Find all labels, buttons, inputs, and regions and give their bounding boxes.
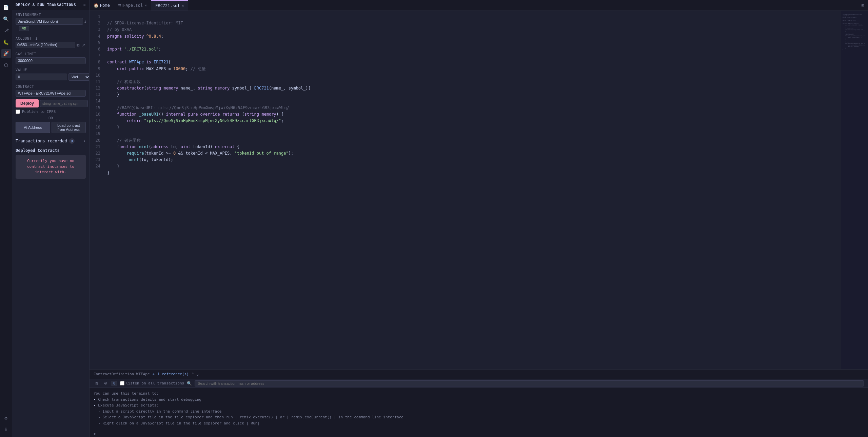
tx-recorded-left: Transactions recorded 0 — [16, 138, 75, 144]
load-contract-button[interactable]: Load contract from Address — [52, 122, 86, 133]
value-row: Wei Gwei Finney Ether — [12, 73, 89, 82]
search-terminal-icon[interactable]: 🔍 — [187, 381, 192, 386]
main-area: 🏠 Home WTFApe.sol ✕ ERC721.sol ✕ ⊡ 12345… — [90, 0, 868, 437]
references-label: 1 reference(s) — [157, 372, 189, 376]
account-info-icon[interactable]: ℹ — [36, 37, 37, 40]
terminal-content[interactable]: You can use this terminal to: • Check tr… — [90, 388, 868, 431]
deploy-sidebar-icon[interactable]: 🚀 — [1, 49, 11, 58]
bottom-panel: ContractDefinition WTFApe ⚓ 1 reference(… — [90, 369, 868, 437]
terminal-line-2: • Check transactions details and start d… — [94, 397, 201, 402]
terminal-line-6: - Right click on a JavaScript file in th… — [94, 421, 260, 425]
references-up-icon[interactable]: ⌃ — [192, 372, 194, 376]
search-sidebar-icon[interactable]: 🔍 — [1, 14, 11, 24]
terminal-clear-button[interactable]: 🗑 — [94, 381, 100, 386]
transactions-recorded-row[interactable]: Transactions recorded 0 › — [12, 136, 89, 146]
gas-limit-input[interactable] — [16, 57, 86, 64]
gas-limit-row — [12, 57, 89, 65]
contract-definition-label: ContractDefinition WTFApe — [94, 372, 150, 376]
chevron-symbol: > — [94, 432, 96, 436]
account-row: 0x5B3...eddC4 (100 ether) ⧉ ↗ — [12, 41, 89, 49]
publish-ipfs-checkbox[interactable] — [16, 110, 20, 114]
code-editor: 123456789101112131415161718192021222324 … — [90, 11, 868, 369]
listen-all-checkbox[interactable] — [120, 381, 124, 385]
at-address-button[interactable]: At Address — [16, 122, 50, 133]
account-label: ACCOUNT ℹ — [12, 34, 89, 41]
contract-select-wrapper: WTFApe - ERC721/WTFApe.sol — [12, 89, 89, 98]
wtfape-tab-label: WTFApe.sol — [118, 3, 143, 8]
header-icons: ≡ — [83, 3, 86, 7]
deployed-contracts-section: Deployed Contracts Currently you have no… — [12, 146, 89, 181]
vm-badge: VM — [19, 26, 29, 31]
terminal-chevron: > — [90, 431, 868, 437]
line-numbers: 123456789101112131415161718192021222324 — [90, 11, 103, 369]
panel-icon-1[interactable]: ≡ — [83, 3, 86, 7]
publish-ipfs-label: Publish to IPFS — [22, 110, 56, 114]
deploy-panel-header: DEPLOY & RUN TRANSACTIONS ≡ — [12, 0, 89, 10]
environment-label: ENVIRONMENT — [12, 10, 89, 17]
unit-select[interactable]: Wei Gwei Finney Ether — [68, 73, 90, 81]
terminal-line-1: You can use this terminal to: — [94, 391, 159, 396]
environment-select[interactable]: JavaScript VM (London) — [16, 18, 83, 25]
contract-select[interactable]: WTFApe - ERC721/WTFApe.sol — [16, 90, 86, 97]
search-terminal-input[interactable] — [195, 380, 864, 386]
deploy-args-input[interactable] — [40, 100, 88, 107]
tab-bar: 🏠 Home WTFApe.sol ✕ ERC721.sol ✕ ⊡ — [90, 0, 868, 11]
home-tab-label: Home — [100, 3, 110, 8]
file-sidebar-icon[interactable]: 📄 — [1, 3, 11, 12]
minimap-content: // SPDX-License-Identifier: MIT // by 0x… — [841, 11, 868, 53]
debug-sidebar-icon[interactable]: 🐛 — [1, 37, 11, 47]
tab-expand-icon[interactable]: ⊡ — [862, 3, 864, 8]
anchor-icon[interactable]: ⚓ — [153, 372, 155, 376]
tx-chevron-icon: › — [83, 139, 86, 143]
contract-def-text: ContractDefinition WTFApe — [94, 372, 150, 376]
or-divider: OR — [12, 115, 89, 121]
gas-limit-label: GAS LIMIT — [12, 49, 89, 57]
erc721-tab-close[interactable]: ✕ — [182, 4, 184, 7]
deploy-row: Deploy ▼ — [12, 98, 89, 109]
erc721-tab[interactable]: ERC721.sol ✕ — [151, 0, 188, 11]
terminal-line-5: - Select a JavaScript file in the file e… — [94, 415, 403, 419]
contract-label: CONTRACT — [12, 82, 89, 89]
value-label: VALUE — [12, 65, 89, 73]
deploy-panel: DEPLOY & RUN TRANSACTIONS ≡ ENVIRONMENT … — [12, 0, 90, 437]
wtfape-tab-close[interactable]: ✕ — [145, 3, 147, 7]
plugin-sidebar-icon[interactable]: ⬡ — [1, 60, 11, 70]
copy-account-button[interactable]: ⧉ — [76, 42, 80, 48]
account-select[interactable]: 0x5B3...eddC4 (100 ether) — [16, 42, 75, 48]
listen-checkbox-row: listen on all transactions — [120, 381, 184, 385]
icon-bar: 📄 🔍 ⎇ 🐛 🚀 ⬡ ⚙ ℹ — [0, 0, 12, 437]
home-icon: 🏠 — [94, 3, 99, 8]
tx-count-badge: 0 — [69, 138, 75, 144]
no-contract-message: Currently you have no contract instances… — [16, 155, 86, 179]
bottom-panel-header: ContractDefinition WTFApe ⚓ 1 reference(… — [90, 370, 868, 379]
wtfape-tab[interactable]: WTFApe.sol ✕ — [114, 0, 151, 11]
minimap: // SPDX-License-Identifier: MIT // by 0x… — [841, 11, 868, 369]
terminal-toolbar: 🗑 ⊘ 0 listen on all transactions 🔍 — [90, 379, 868, 388]
tx-recorded-label: Transactions recorded — [16, 139, 67, 143]
erc721-tab-label: ERC721.sol — [155, 3, 180, 8]
settings-sidebar-icon[interactable]: ⚙ — [1, 413, 11, 423]
publish-row: Publish to IPFS — [12, 109, 89, 115]
deployed-contracts-title: Deployed Contracts — [16, 148, 86, 153]
terminal-stop-button[interactable]: ⊘ — [103, 381, 108, 386]
environment-row: JavaScript VM (London) ℹ — [12, 17, 89, 26]
value-input[interactable] — [16, 74, 67, 80]
environment-info-icon[interactable]: ℹ — [84, 19, 86, 24]
terminal-tx-count: 0 — [111, 381, 117, 386]
git-sidebar-icon[interactable]: ⎇ — [1, 26, 11, 35]
listen-label: listen on all transactions — [126, 381, 184, 385]
references-down-icon[interactable]: ⌄ — [197, 372, 199, 376]
deploy-panel-title: DEPLOY & RUN TRANSACTIONS — [16, 3, 76, 7]
addr-buttons: At Address Load contract from Address — [12, 121, 89, 136]
deploy-button[interactable]: Deploy — [16, 99, 39, 107]
terminal-line-3: • Execute JavaScript scripts: — [94, 403, 159, 408]
terminal-line-4: - Input a script directly in the command… — [94, 409, 222, 414]
account-link-button[interactable]: ↗ — [81, 42, 86, 48]
info-sidebar-icon[interactable]: ℹ — [1, 425, 11, 434]
home-tab[interactable]: 🏠 Home — [90, 0, 114, 11]
tab-end-icons: ⊡ — [862, 3, 868, 8]
code-content[interactable]: // SPDX-License-Identifier: MIT // by 0x… — [103, 11, 841, 369]
